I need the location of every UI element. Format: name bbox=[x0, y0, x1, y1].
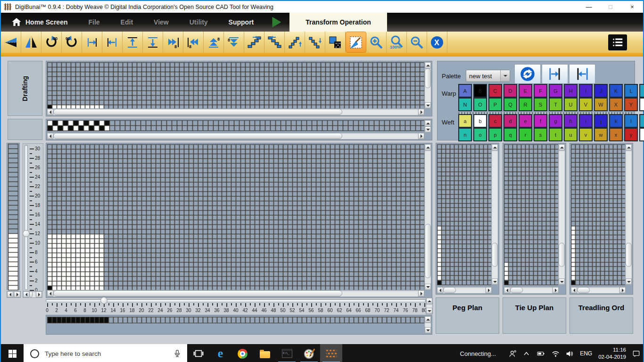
volume-icon[interactable] bbox=[566, 350, 574, 358]
treadling-hscrollbar[interactable] bbox=[570, 287, 626, 294]
scroll-down-button[interactable] bbox=[559, 279, 565, 285]
warp-swatch-Z[interactable]: Z bbox=[639, 98, 644, 111]
weft-swatch-k[interactable]: k bbox=[609, 114, 623, 128]
warp-swatch-X[interactable]: X bbox=[609, 98, 623, 111]
scroll-track[interactable] bbox=[53, 109, 418, 115]
menu-item-support[interactable]: Support bbox=[218, 13, 264, 32]
taskbar-task-view-icon[interactable] bbox=[187, 344, 209, 362]
weft-swatch-l[interactable]: l bbox=[624, 114, 638, 128]
weft-strip-scrollbar[interactable] bbox=[7, 291, 21, 298]
weft-colour-strip[interactable] bbox=[8, 144, 18, 290]
warp-swatch-H[interactable]: H bbox=[564, 84, 578, 98]
warp-swatch-G[interactable]: G bbox=[549, 84, 562, 98]
scroll-track[interactable] bbox=[559, 150, 565, 279]
weft-swatch-u[interactable]: u bbox=[564, 128, 578, 141]
treadling-grid[interactable] bbox=[571, 144, 626, 285]
scroll-track[interactable] bbox=[425, 322, 431, 327]
menu-item-utility[interactable]: Utility bbox=[179, 13, 218, 32]
scroll-track[interactable] bbox=[626, 150, 632, 279]
weft-swatch-v[interactable]: v bbox=[579, 128, 593, 141]
scroll-thumb[interactable] bbox=[577, 287, 590, 293]
scroll-left-button[interactable] bbox=[571, 287, 577, 293]
scroll-left-button[interactable] bbox=[47, 109, 53, 115]
microphone-icon[interactable] bbox=[173, 349, 182, 358]
weft-swatch-t[interactable]: t bbox=[549, 128, 562, 141]
warp-swatch-C[interactable]: C bbox=[488, 84, 502, 98]
scroll-track[interactable] bbox=[426, 304, 432, 308]
weft-swatch-f[interactable]: f bbox=[534, 114, 547, 128]
scroll-track[interactable] bbox=[53, 290, 418, 296]
action-center-icon[interactable] bbox=[632, 350, 640, 358]
wifi-icon[interactable] bbox=[552, 350, 560, 358]
move-down-button[interactable] bbox=[143, 32, 163, 53]
warp-strip-scrollbar[interactable] bbox=[424, 316, 431, 334]
flip-vertical-button[interactable] bbox=[21, 32, 41, 53]
move-up-button[interactable] bbox=[123, 32, 143, 53]
weft-swatch-q[interactable]: q bbox=[504, 128, 517, 141]
vertical-slider-track[interactable] bbox=[25, 145, 28, 290]
scroll-left-button[interactable] bbox=[47, 133, 53, 139]
shift-palette-left-button[interactable] bbox=[569, 64, 595, 84]
chevron-up-icon[interactable] bbox=[523, 350, 530, 357]
warp-swatch-P[interactable]: P bbox=[488, 98, 502, 111]
warp-swatch-I[interactable]: I bbox=[579, 84, 593, 98]
scroll-thumb[interactable] bbox=[510, 287, 523, 293]
scroll-left-button[interactable] bbox=[437, 287, 443, 293]
scroll-right-button[interactable] bbox=[36, 291, 42, 297]
tab-transform-operation[interactable]: Transform Operation bbox=[289, 13, 387, 32]
twill-left-button[interactable] bbox=[264, 32, 285, 53]
scroll-up-button[interactable] bbox=[425, 120, 431, 126]
scroll-thumb[interactable] bbox=[425, 224, 431, 278]
rotate-90-anticlockwise-button[interactable]: 90 bbox=[62, 32, 82, 53]
scroll-track[interactable] bbox=[425, 68, 431, 102]
invert-pattern-button[interactable] bbox=[325, 32, 346, 53]
maximize-button[interactable]: □ bbox=[600, 1, 621, 13]
scroll-thumb[interactable] bbox=[559, 243, 565, 267]
warp-swatch-K[interactable]: K bbox=[609, 84, 623, 98]
scroll-thumb[interactable] bbox=[53, 109, 342, 115]
scroll-up-button[interactable] bbox=[425, 316, 431, 322]
scroll-thumb[interactable] bbox=[53, 290, 342, 296]
denting-vscrollbar[interactable] bbox=[424, 120, 431, 132]
scroll-right-button[interactable] bbox=[619, 287, 626, 293]
search-box[interactable]: Type here to search bbox=[24, 344, 187, 362]
shift-left-8-button[interactable]: 8 bbox=[183, 32, 204, 53]
warp-swatch-B[interactable]: B bbox=[473, 84, 487, 98]
shift-right-8-button[interactable]: 8 bbox=[163, 32, 183, 53]
start-button[interactable] bbox=[1, 344, 24, 362]
scroll-up-button[interactable] bbox=[425, 62, 431, 68]
scroll-thumb[interactable] bbox=[53, 133, 342, 139]
scroll-left-button[interactable] bbox=[47, 290, 53, 296]
warp-swatch-R[interactable]: R bbox=[519, 98, 532, 111]
scroll-left-button[interactable] bbox=[504, 287, 510, 293]
scroll-thumb[interactable] bbox=[626, 243, 632, 267]
weft-swatch-b[interactable]: b bbox=[473, 114, 487, 128]
peg-plan-vscrollbar[interactable] bbox=[491, 144, 498, 285]
scroll-left-button[interactable] bbox=[7, 291, 13, 297]
weft-swatch-c[interactable]: c bbox=[488, 114, 502, 128]
warp-swatch-S[interactable]: S bbox=[534, 98, 547, 111]
drafting-vscrollbar[interactable] bbox=[424, 62, 431, 109]
warp-swatch-V[interactable]: V bbox=[579, 98, 593, 111]
warp-swatch-A[interactable]: A bbox=[458, 84, 472, 98]
weft-swatch-s[interactable]: s bbox=[534, 128, 547, 141]
people-icon[interactable] bbox=[509, 350, 517, 358]
scroll-up-button[interactable] bbox=[425, 144, 431, 150]
scroll-left-button[interactable] bbox=[23, 291, 29, 297]
denting-hscrollbar[interactable] bbox=[47, 132, 425, 140]
weft-swatch-p[interactable]: p bbox=[488, 128, 502, 141]
warp-swatch-M[interactable]: M bbox=[639, 84, 644, 98]
menu-item-file[interactable]: File bbox=[78, 13, 110, 32]
design-grid[interactable] bbox=[47, 144, 425, 291]
weft-swatch-x[interactable]: x bbox=[609, 128, 623, 141]
move-left-button[interactable] bbox=[102, 32, 123, 53]
drafting-hscrollbar[interactable] bbox=[47, 108, 425, 115]
weft-swatch-n[interactable]: n bbox=[458, 128, 472, 141]
weft-swatch-h[interactable]: h bbox=[564, 114, 578, 128]
warp-swatch-Y[interactable]: Y bbox=[624, 98, 638, 111]
tie-up-grid[interactable] bbox=[504, 144, 559, 285]
denting-grid[interactable] bbox=[47, 120, 431, 131]
zoom-in-button[interactable] bbox=[366, 32, 387, 53]
scroll-down-button[interactable] bbox=[425, 102, 431, 108]
scroll-right-button[interactable] bbox=[418, 109, 424, 115]
